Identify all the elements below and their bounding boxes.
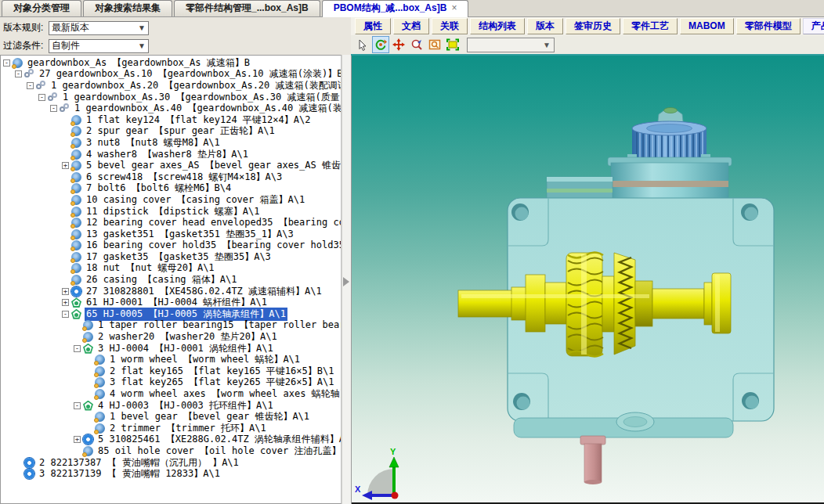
filter-condition-label: 过滤条件: [3,39,49,52]
tree-node[interactable]: -27 geardownbox_As.10 【geardownbox_As.10… [1,69,341,81]
tree-node[interactable]: -4 HJ-0003 【HJ-0003 托环组件】A\1 [1,400,341,412]
expander-icon[interactable]: + [74,436,81,443]
pointer-icon[interactable] [354,36,371,53]
splitter-collapse-arrow[interactable] [343,277,349,286]
expander-icon[interactable]: - [74,402,81,409]
tree-node[interactable]: 2 trimmer 【trimmer 托环】A\1 [1,423,341,434]
chevron-down-icon: ▼ [138,41,146,50]
chevron-down-icon: ▼ [138,23,146,32]
assembly-icon [71,309,81,319]
pan-icon[interactable] [390,36,407,53]
document-tab-0[interactable]: 对象分类管理 [2,0,81,16]
part-icon [95,377,105,387]
green-cap [664,108,678,113]
gearbox-3d-render: Y X [352,56,824,504]
tree-node[interactable]: -geardownbox_As 【geardownbox_As 减速箱】B [1,57,341,69]
tree-node[interactable]: 1 bevel gear 【bevel gear 锥齿轮】A\1 [1,411,341,423]
tree-node[interactable]: +27 310828801 【XE458G.02.4TZ 减速箱辅料】A\1 [1,286,341,297]
detail-tabbar: 属性文档关联结构列表版本签审历史零件工艺MABOM零部件模型产品模型 [351,17,824,35]
document-tab-1[interactable]: 对象搜索结果集 [83,0,172,16]
detail-tab-4[interactable]: 版本 [527,18,563,34]
tree-node[interactable]: 12 bearing cover head enveloped35 【beari… [1,217,341,229]
detail-tab-8[interactable]: 零部件模型 [736,18,801,34]
detail-tab-1[interactable]: 文档 [393,18,429,34]
expander-icon[interactable]: - [74,345,81,352]
tree-node[interactable]: -1 geardownbox_As.20 【geardownbox_As.20 … [1,80,341,92]
tree-node[interactable]: 17 gasket35 【gasket35 垫圈35】A\3 [1,251,341,263]
tree-node[interactable]: 2 spur gear 【spur gear 正齿轮】A\1 [1,126,341,138]
filter-condition-select[interactable]: 自制件 ▼ [49,39,149,53]
detail-tab-5[interactable]: 签审历史 [566,18,620,34]
tree-node[interactable]: 11 dipstick 【dipstick 螺塞】A\1 [1,206,341,218]
expander-icon[interactable]: - [27,82,34,89]
pbom-structure-window: 对象分类管理对象搜索结果集零部件结构管理_...box_As]BPBOM结构_减… [0,0,824,504]
expander-icon[interactable]: - [3,59,10,67]
tree-node[interactable]: 2 flat key165 【flat key165 平键16×5】B\1 [1,365,341,377]
detail-tab-6[interactable]: 零件工艺 [623,18,678,34]
tree-node[interactable]: 10 casing cover 【casing cover 箱盖】A\1 [1,194,341,206]
bearing-ring [526,275,545,332]
expander-icon[interactable]: - [15,70,22,77]
3d-viewport[interactable]: Y X [351,56,824,504]
tree-node[interactable]: 4 washer8 【washer8 垫片8】A\1 [1,149,341,160]
document-tab-2[interactable]: 零部件结构管理_...box_As]B [174,0,320,16]
tree-node[interactable]: 85 oil hole cover 【oil hole cover 注油孔盖】A… [1,445,341,457]
part-icon [71,160,81,171]
close-icon[interactable]: × [451,2,457,13]
tree-node[interactable]: -65 HJ-0005 【HJ-0005 涡轮轴承组件】A\1 [1,308,341,320]
tree-node[interactable]: 2 washer20 【washer20 垫片20】A\1 [1,331,341,343]
detail-tab-2[interactable]: 关联 [432,18,468,34]
expander-icon[interactable]: - [62,311,69,318]
bom-tree[interactable]: -geardownbox_As 【geardownbox_As 减速箱】B-27… [0,55,342,504]
version-rule-select[interactable]: 最新版本 ▼ [49,21,149,35]
tree-node[interactable]: +61 HJ-0001 【HJ-0004 蜗杆组件】A\1 [1,297,341,308]
tree-node[interactable]: 18 nut 【nut 螺母20】A\1 [1,263,341,275]
chevron-down-icon: ▼ [543,41,551,49]
detail-tab-7[interactable]: MABOM [680,18,734,34]
detail-tab-0[interactable]: 属性 [355,18,391,34]
axis-x-label: X [355,484,361,494]
tree-node[interactable]: -3 HJ-0004 【HJ-0001 涡轮组件】A\1 [1,343,341,355]
tree-node[interactable]: +5 310825461 【XE288G.02.4TZ 涡轮轴承组件辅料】A\1 [1,434,341,446]
part-icon [95,412,105,422]
rotate-icon[interactable] [372,36,389,53]
part-icon [71,218,81,228]
expander-icon[interactable]: - [50,105,57,112]
tree-node[interactable]: 3 822137139 【 黄油嘴帽 12833】A\1 [1,468,341,480]
tree-node[interactable]: 3 flat key265 【flat key265 平键26×5】A\1 [1,377,341,389]
part-icon [71,275,81,285]
panel-splitter[interactable] [342,55,351,504]
tree-node[interactable]: 6 screw418 【screw418 螺钉M4×18】A\3 [1,171,341,183]
document-tab-3[interactable]: PBOM结构_减...box_As]B× [322,0,469,17]
tree-node[interactable]: 26 casing 【casing 箱体】A\1 [1,274,341,286]
shaft-flange [712,273,731,333]
tree-node[interactable]: 16 bearing cover hold35 【bearing cover h… [1,240,341,252]
assembly-icon [83,344,93,354]
viewer-dropdown[interactable]: ▼ [467,38,555,52]
tree-node[interactable]: 3 nut8 【nut8 螺母M8】A\1 [1,137,341,149]
expander-icon[interactable]: + [62,162,69,169]
tree-node[interactable]: 2 822137387 【 黄油嘴帽（沉孔用） 】A\1 [1,457,341,469]
zoom-window-icon[interactable] [426,36,443,53]
tree-node[interactable]: -1 geardownbox_As.40 【geardownbox_As.40 … [1,103,341,114]
tree-node[interactable]: 1 taper roller bearing15 【taper roller b… [1,320,341,332]
axis-y-label: Y [390,447,396,456]
tree-node[interactable]: 1 flat key124 【flat key124 平键12×4】A\2 [1,114,341,126]
tree-node[interactable]: 4 worm wheel axes 【worm wheel axes 蜗轮轴】A… [1,388,341,400]
zoom-dynamic-icon[interactable] [408,36,425,53]
fit-view-icon[interactable] [444,36,461,53]
detail-tab-9[interactable]: 产品模型 [803,18,824,34]
expander-icon[interactable]: + [62,299,69,306]
link-icon [48,92,58,103]
tree-node[interactable]: 1 worm wheel 【worm wheel 蜗轮】A\1 [1,354,341,365]
expander-icon[interactable]: + [62,288,69,295]
tree-node[interactable]: 7 bolt6 【bolt6 螺栓M6】B\4 [1,183,341,195]
tree-node[interactable]: 13 gasket351 【gasket351 垫圈35_1】A\3 [1,229,341,240]
tree-node[interactable]: +5 bevel gear axes_AS 【bevel gear axes_A… [1,160,341,171]
detail-tab-3[interactable]: 结构列表 [470,18,525,34]
part-icon [83,446,93,456]
expander-icon[interactable]: - [38,94,45,101]
tree-node[interactable]: -1 geardownbox_As.30 【geardownbox_As.30 … [1,92,341,103]
part-icon [71,115,81,125]
assembly-icon [71,297,81,308]
